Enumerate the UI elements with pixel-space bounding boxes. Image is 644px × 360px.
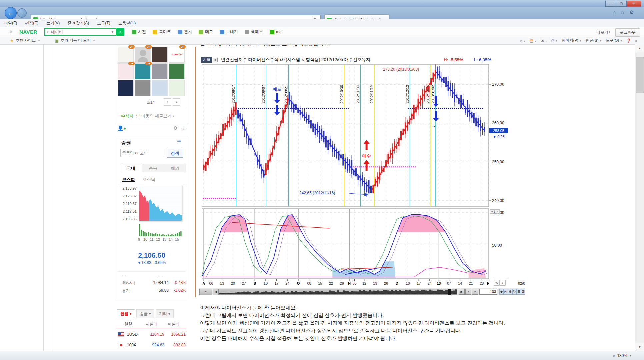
exchange-tab-송금[interactable]: 송금 ▾ bbox=[136, 309, 154, 318]
buddy-thumbnail[interactable]: UP bbox=[118, 47, 134, 63]
home-icon[interactable]: ⌂ ▼ bbox=[520, 39, 526, 43]
mail-icon[interactable]: ✉ ▼ bbox=[541, 38, 547, 43]
stock-tab-해외[interactable]: 해외 bbox=[164, 164, 186, 172]
toolbar-button-보내기[interactable]: 보내기 bbox=[216, 27, 241, 37]
stock-tab-종목[interactable]: 종목 bbox=[142, 164, 164, 172]
scroll-nav-button[interactable]: « bbox=[465, 289, 471, 295]
candle bbox=[242, 118, 243, 125]
home-icon[interactable]: ⌂ bbox=[613, 9, 616, 15]
toolbar-button-사전[interactable]: 사전 bbox=[128, 27, 149, 37]
naver-search-input[interactable] bbox=[50, 29, 109, 35]
scroll-nav-button[interactable]: ▶ bbox=[459, 289, 465, 295]
forward-button[interactable]: → bbox=[17, 8, 27, 18]
favorites-star-icon[interactable]: ☆ bbox=[620, 9, 625, 15]
buddy-thumbnail[interactable]: UP bbox=[118, 63, 134, 79]
kospi-change: ▼13.83 -0.65% bbox=[115, 260, 188, 265]
stock-tab-국내[interactable]: 국내 bbox=[120, 164, 142, 172]
add-buddy-icon[interactable]: 👤+ bbox=[117, 125, 126, 131]
status-bar: ⌕ 130% ▼ bbox=[0, 351, 644, 360]
buddy-thumbnail[interactable] bbox=[152, 47, 168, 63]
list-view-icon[interactable]: ☰ bbox=[177, 139, 181, 144]
command-안전(S)[interactable]: 안전(S) ▼ bbox=[586, 38, 602, 43]
browser-scrollbar[interactable]: ▲ ▼ bbox=[635, 44, 644, 351]
chart-toolbar-icon[interactable]: ⊞ bbox=[517, 289, 521, 295]
scroll-left-button[interactable]: ◀ bbox=[213, 289, 219, 295]
menu-도구(T)[interactable]: 도구(T) bbox=[93, 19, 114, 26]
menu-보기(V)[interactable]: 보기(V) bbox=[42, 19, 64, 26]
menu-파일(F)[interactable]: 파일(F) bbox=[0, 19, 21, 26]
naver-logo[interactable]: NAVER bbox=[19, 29, 37, 35]
scroll-track[interactable] bbox=[219, 289, 457, 295]
next-page-button[interactable]: › bbox=[173, 98, 180, 106]
toolbar-button-me[interactable]: me bbox=[266, 27, 285, 37]
candle bbox=[426, 87, 427, 92]
maximize-button[interactable]: ▢ bbox=[616, 1, 627, 7]
scroll-down-arrow[interactable]: ▼ bbox=[635, 343, 644, 351]
chart-toolbar-icon[interactable]: ⊠ bbox=[521, 289, 525, 295]
neighbor-new-posts-link[interactable]: 수식지..님 이웃의 새글보기 › bbox=[121, 113, 174, 119]
buddy-thumbnail[interactable] bbox=[118, 80, 134, 96]
toolbar-button-퀵패스[interactable]: 퀵패스 bbox=[241, 27, 266, 37]
widget-settings-gear-icon[interactable]: ⚙ bbox=[173, 125, 178, 131]
buddy-thumbnail[interactable] bbox=[169, 80, 185, 96]
menu-도움말(H)[interactable]: 도움말(H) bbox=[114, 19, 140, 26]
divider bbox=[116, 328, 186, 328]
buddy-thumbnail[interactable] bbox=[135, 80, 151, 96]
overflow-chevron-icon[interactable]: » bbox=[635, 39, 637, 43]
chart-toolbar-icon[interactable]: ↻ bbox=[512, 289, 517, 295]
back-button[interactable]: ← bbox=[5, 7, 17, 19]
post-paragraph: 그런데 지표식도 전고점이 갱신된다면 다이버전스가 성립되지 않으므로 손절하… bbox=[200, 327, 525, 334]
scroll-count-field[interactable]: 133 bbox=[479, 289, 497, 295]
buddy-thumbnail[interactable]: UP bbox=[135, 47, 151, 63]
market-subtab-코스닥[interactable]: 코스닥 bbox=[142, 177, 155, 182]
settings-gear-icon[interactable]: ⚙ bbox=[630, 9, 634, 15]
scroll-up-arrow[interactable]: ▲ bbox=[635, 44, 644, 52]
exchange-tab-현찰[interactable]: 현찰 ▾ bbox=[117, 309, 135, 318]
chart-toolbar-icon[interactable]: ◆ bbox=[499, 289, 504, 295]
stock-search-input[interactable] bbox=[120, 149, 165, 157]
command-페이지(P)[interactable]: 페이지(P) ▼ bbox=[562, 38, 582, 43]
stock-search-button[interactable]: 검색 bbox=[167, 149, 183, 158]
scroll-thumb[interactable] bbox=[636, 57, 644, 93]
toolbar-button-북마크[interactable]: 북마크 bbox=[149, 27, 174, 37]
buddy-thumbnail[interactable]: COM①NUP bbox=[169, 47, 185, 63]
more-addons-button[interactable]: ▣ 추가 기능 더 보기 ▼ bbox=[55, 38, 95, 43]
print-icon[interactable]: ⎙ ▼ bbox=[551, 38, 558, 43]
feed-icon[interactable]: ▤ ▼ bbox=[530, 38, 537, 43]
scroll-thumb[interactable] bbox=[448, 289, 451, 295]
naver-search-button[interactable]: ⌕ bbox=[116, 28, 124, 36]
close-window-button[interactable]: ✕ bbox=[627, 1, 641, 7]
minimize-button[interactable]: — bbox=[605, 1, 616, 7]
search-dropdown-icon[interactable]: ▼ bbox=[45, 31, 50, 34]
scroll-volume-silhouette bbox=[327, 292, 329, 294]
scroll-volume-silhouette bbox=[421, 290, 423, 294]
menu-즐겨찾기(A)[interactable]: 즐겨찾기(A) bbox=[64, 19, 93, 26]
help-icon[interactable]: ❓ bbox=[626, 38, 631, 43]
toolbar-more-link[interactable]: 더보기+ bbox=[596, 30, 611, 35]
exchange-tab-기타[interactable]: 기타 ▾ bbox=[156, 309, 174, 318]
recommended-sites-button[interactable]: ★ 추천 사이트 ▼ bbox=[10, 38, 40, 43]
buddy-thumbnail[interactable] bbox=[152, 63, 168, 79]
candle bbox=[482, 128, 483, 129]
logout-button[interactable]: 로그아웃 bbox=[615, 28, 640, 37]
chart-toolbar-icon[interactable]: ⋈ bbox=[504, 289, 508, 295]
scroll-grip[interactable]: ≡ bbox=[199, 289, 212, 295]
toolbar-button-캡처[interactable]: 캡처 bbox=[174, 27, 195, 37]
prev-page-button[interactable]: ‹ bbox=[164, 98, 171, 106]
toolbar-button-메모[interactable]: 메모 bbox=[195, 27, 216, 37]
buddy-thumbnail[interactable]: UP bbox=[135, 63, 151, 79]
stock-chart-image[interactable]: 시험 x 연결선물지수 다이버전스수식5.0 (시스템 시험적용) 2012/1… bbox=[199, 56, 525, 297]
market-subtab-코스피[interactable]: 코스피 bbox=[122, 177, 135, 182]
search-field-arrow-icon[interactable]: ▼ bbox=[109, 30, 116, 34]
widget-download-icon[interactable]: ⭳ bbox=[182, 125, 186, 131]
buddy-thumbnail[interactable] bbox=[152, 80, 168, 96]
scroll-volume-silhouette bbox=[307, 292, 309, 294]
scroll-nav-button[interactable]: » bbox=[472, 289, 478, 295]
chart-toolbar-icon[interactable]: ⊕ bbox=[508, 289, 512, 295]
command-도구(O)[interactable]: 도구(O) ▼ bbox=[606, 38, 622, 43]
zoom-control[interactable]: ⌕ 130% ▼ bbox=[613, 353, 632, 358]
candle bbox=[327, 140, 329, 150]
buddy-thumbnail[interactable] bbox=[169, 63, 185, 79]
menu-편집(E)[interactable]: 편집(E) bbox=[21, 19, 42, 26]
toolbar-close-icon[interactable]: ✕ bbox=[9, 29, 13, 34]
